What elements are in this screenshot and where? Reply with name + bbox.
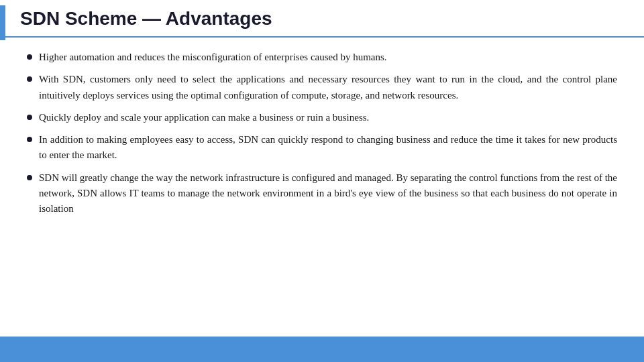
bullet-text-1: Higher automation and reduces the miscon… (39, 50, 387, 65)
bullet-item-1: Higher automation and reduces the miscon… (27, 50, 617, 65)
bullet-item-5: SDN will greatly change the way the netw… (27, 170, 617, 217)
bullet-text-4: In addition to making employees easy to … (39, 132, 617, 164)
footer-bar (0, 337, 644, 362)
bullet-dot-3 (27, 115, 32, 120)
bullet-item-2: With SDN, customers only need to select … (27, 72, 617, 103)
bullet-text-3: Quickly deploy and scale your applicatio… (39, 110, 369, 125)
bullet-text-5: SDN will greatly change the way the netw… (39, 170, 617, 217)
bullet-dot-1 (27, 54, 32, 60)
slide-title: SDN Scheme — Advantages (20, 8, 624, 29)
slide-container: SDN Scheme — Advantages Higher automatio… (0, 0, 644, 362)
title-section: SDN Scheme — Advantages (5, 0, 644, 38)
bullet-item-4: In addition to making employees easy to … (27, 132, 617, 164)
header-accent (0, 5, 5, 40)
content-section: Higher automation and reduces the miscon… (0, 38, 644, 337)
bullet-dot-4 (27, 137, 32, 142)
bullet-dot-5 (27, 175, 32, 180)
bullet-item-3: Quickly deploy and scale your applicatio… (27, 110, 617, 125)
bullet-dot-2 (27, 76, 32, 82)
bullet-text-2: With SDN, customers only need to select … (39, 72, 617, 103)
